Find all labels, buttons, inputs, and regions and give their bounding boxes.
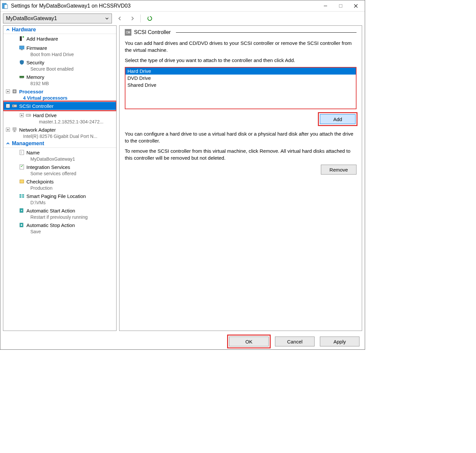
drive-option-hard-drive[interactable]: Hard Drive (125, 68, 356, 75)
toolbar: MyDataBoxGateway1 (0, 12, 365, 25)
nav-back-button[interactable] (115, 14, 124, 23)
tree-item-auto-stop[interactable]: Automatic Stop Action Save (3, 220, 116, 235)
window-title: Settings for MyDataBoxGateway1 on HCSSRV… (11, 3, 318, 9)
scsi-controller-icon (125, 29, 131, 36)
tree-item-checkpoints[interactable]: Checkpoints Production (3, 177, 116, 191)
panel-title: SCSI Controller (134, 29, 171, 35)
close-button[interactable] (348, 1, 363, 11)
collapse-icon (6, 28, 10, 32)
svg-rect-17 (14, 90, 16, 92)
svg-rect-29 (19, 194, 21, 196)
settings-window: Settings for MyDataBoxGateway1 on HCSSRV… (0, 0, 365, 350)
svg-rect-31 (19, 196, 21, 198)
tree-item-auto-start[interactable]: Automatic Start Action Restart if previo… (3, 206, 116, 220)
svg-point-19 (13, 106, 14, 107)
main-split: Hardware Add Hardware Firmware Boot from… (0, 25, 365, 334)
tree-item-name[interactable]: I Name MyDataBoxGateway1 (3, 148, 116, 162)
expand-icon[interactable]: + (6, 128, 10, 132)
drive-option-shared-drive[interactable]: Shared Drive (125, 81, 356, 88)
svg-rect-1 (4, 5, 8, 9)
tree-item-scsi-controller[interactable]: − SCSI Controller (3, 101, 116, 111)
name-icon: I (18, 149, 25, 156)
expand-icon[interactable]: + (20, 113, 24, 117)
svg-rect-22 (13, 128, 16, 130)
management-section-header[interactable]: Management (3, 140, 116, 148)
svg-rect-32 (22, 196, 24, 198)
svg-rect-3 (339, 4, 342, 7)
drive-option-dvd-drive[interactable]: DVD Drive (125, 75, 356, 81)
collapse-icon (6, 142, 10, 146)
tree-item-processor[interactable]: + Processor 4 Virtual processors (3, 87, 116, 101)
tree-item-memory[interactable]: Memory 8192 MB (3, 72, 116, 87)
refresh-button[interactable] (145, 14, 154, 23)
panel-header: SCSI Controller (125, 29, 357, 36)
memory-icon (18, 74, 25, 80)
content-panel: SCSI Controller You can add hard drives … (119, 25, 362, 331)
add-hardware-icon (18, 35, 25, 42)
svg-rect-8 (23, 36, 24, 38)
monitor-icon (18, 45, 25, 51)
tree-item-hard-drive[interactable]: + Hard Drive master.1.2.18252.1-304-2472… (3, 111, 116, 125)
svg-rect-25 (20, 150, 24, 155)
tree-item-network-adapter[interactable]: + Network Adapter Intel(R) 82576 Gigabit… (3, 125, 116, 140)
vm-selector-dropdown[interactable]: MyDataBoxGateway1 (3, 14, 112, 23)
description-text: You can add hard drives and CD/DVD drive… (125, 40, 357, 53)
tree-item-security[interactable]: Security Secure Boot enabled (3, 58, 116, 72)
instruction-text: Select the type of drive you want to att… (125, 57, 357, 64)
add-button-highlight: Add (319, 113, 357, 125)
svg-point-21 (29, 115, 30, 116)
svg-rect-9 (19, 46, 24, 49)
app-icon (2, 3, 8, 9)
svg-rect-6 (20, 36, 22, 41)
ok-button-highlight: OK (228, 336, 270, 347)
tree-item-firmware[interactable]: Firmware Boot from Hard Drive (3, 43, 116, 58)
cancel-button[interactable]: Cancel (275, 337, 315, 346)
tree-item-add-hardware[interactable]: Add Hardware (3, 34, 116, 43)
scsi-icon (11, 103, 18, 109)
shield-icon (18, 59, 25, 66)
chevron-down-icon (105, 16, 109, 20)
paging-icon (18, 193, 25, 199)
titlebar: Settings for MyDataBoxGateway1 on HCSSRV… (0, 0, 365, 12)
tree-item-integration-services[interactable]: Integration Services Some services offer… (3, 162, 116, 177)
processor-icon (11, 88, 18, 95)
drive-type-listbox[interactable]: Hard Drive DVD Drive Shared Drive (125, 67, 357, 109)
svg-text:I: I (21, 151, 22, 154)
auto-stop-icon (18, 222, 25, 228)
integration-icon (18, 164, 25, 170)
ok-button[interactable]: OK (229, 337, 269, 346)
dialog-button-bar: OK Cancel Apply (0, 334, 365, 349)
network-icon (11, 126, 18, 133)
svg-rect-11 (19, 76, 24, 78)
svg-rect-35 (21, 224, 22, 226)
toolbar-separator (140, 15, 141, 22)
remove-note: To remove the SCSI controller from this … (125, 147, 357, 161)
settings-tree[interactable]: Hardware Add Hardware Firmware Boot from… (3, 25, 117, 331)
hard-drive-note: You can configure a hard drive to use a … (125, 130, 357, 144)
vm-selector-label: MyDataBoxGateway1 (6, 16, 105, 21)
remove-button[interactable]: Remove (321, 165, 357, 175)
add-button[interactable]: Add (320, 114, 356, 124)
nav-forward-button[interactable] (128, 14, 137, 23)
checkpoints-icon (18, 178, 25, 185)
svg-rect-30 (22, 194, 24, 196)
svg-rect-36 (126, 31, 130, 34)
svg-rect-18 (12, 105, 17, 107)
minimize-button[interactable] (318, 1, 333, 11)
collapse-icon[interactable]: − (6, 104, 10, 108)
svg-rect-28 (20, 180, 24, 183)
maximize-button[interactable] (333, 1, 348, 11)
tree-item-smart-paging[interactable]: Smart Paging File Location D:\VMs (3, 191, 116, 206)
expand-icon[interactable]: + (6, 89, 10, 93)
hardware-section-header[interactable]: Hardware (3, 26, 116, 34)
svg-point-37 (127, 32, 128, 33)
apply-button[interactable]: Apply (320, 337, 359, 346)
auto-start-icon (18, 207, 25, 214)
svg-rect-27 (20, 165, 24, 169)
svg-rect-10 (21, 49, 23, 50)
hard-drive-icon (25, 112, 32, 118)
